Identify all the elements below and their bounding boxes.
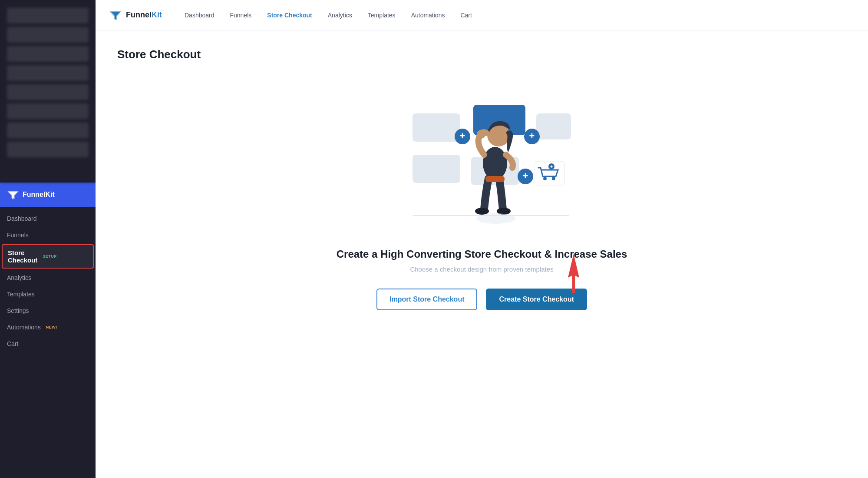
sidebar-item-settings[interactable]: Settings	[0, 302, 96, 319]
sidebar-item-settings-label: Settings	[7, 307, 29, 314]
svg-point-16	[483, 147, 507, 180]
svg-text:+: +	[550, 164, 552, 169]
svg-point-23	[476, 213, 515, 224]
sidebar-item-cart-label: Cart	[7, 340, 18, 347]
sidebar-item-dashboard[interactable]: Dashboard	[0, 210, 96, 227]
svg-point-12	[543, 177, 547, 180]
hero-subtext: Choose a checkout design from proven tem…	[410, 266, 553, 273]
sidebar-item-automations[interactable]: Automations NEW!	[0, 319, 96, 335]
sidebar-brand-name: FunnelKit	[23, 191, 55, 199]
topnav-brand-name: FunnelKit	[126, 10, 162, 20]
sidebar-blur-section	[0, 0, 96, 183]
arrow-container: Create Store Checkout	[486, 289, 587, 310]
sidebar-item-funnels-label: Funnels	[7, 232, 29, 239]
sidebar-item-templates[interactable]: Templates	[0, 286, 96, 302]
sidebar-item-store-checkout[interactable]: StoreCheckout SETUP	[2, 244, 94, 269]
topnav-link-dashboard[interactable]: Dashboard	[185, 12, 215, 19]
import-store-checkout-button[interactable]: Import Store Checkout	[376, 289, 477, 310]
sidebar-nav: Dashboard Funnels StoreCheckout SETUP An…	[0, 207, 96, 478]
page-content: Store Checkout	[96, 30, 868, 478]
svg-rect-2	[536, 113, 571, 139]
sidebar-item-analytics[interactable]: Analytics	[0, 269, 96, 286]
svg-text:+: +	[522, 170, 528, 181]
hero-illustration: + + +	[386, 87, 578, 235]
new-badge: NEW!	[46, 325, 57, 329]
svg-marker-24	[568, 254, 579, 293]
sidebar-item-funnels[interactable]: Funnels	[0, 227, 96, 243]
svg-point-18	[477, 130, 485, 139]
sidebar-item-dashboard-label: Dashboard	[7, 215, 37, 222]
page-title: Store Checkout	[117, 48, 201, 61]
topnav-link-automations[interactable]: Automations	[411, 12, 445, 19]
svg-text:+: +	[529, 130, 535, 141]
svg-point-19	[475, 208, 489, 215]
setup-badge: SETUP	[43, 254, 57, 259]
topnav: FunnelKit Dashboard Funnels Store Checko…	[96, 0, 868, 30]
funnelkit-logo-icon	[7, 189, 19, 201]
topnav-logo-icon	[109, 8, 122, 22]
svg-text:+: +	[459, 130, 465, 141]
sidebar: FunnelKit Dashboard Funnels StoreCheckou…	[0, 0, 96, 478]
red-arrow-icon	[563, 254, 584, 293]
topnav-link-templates[interactable]: Templates	[368, 12, 396, 19]
svg-point-13	[552, 177, 555, 180]
topnav-link-analytics[interactable]: Analytics	[328, 12, 352, 19]
hero-buttons: Import Store Checkout Create Store Check…	[376, 289, 587, 310]
svg-rect-21	[485, 176, 505, 182]
sidebar-item-cart[interactable]: Cart	[0, 335, 96, 352]
topnav-link-funnels[interactable]: Funnels	[230, 12, 252, 19]
svg-rect-0	[413, 113, 460, 142]
svg-rect-3	[413, 155, 460, 183]
main-content: FunnelKit Dashboard Funnels Store Checko…	[96, 0, 868, 478]
hero-area: + + +	[117, 87, 846, 310]
topnav-brand[interactable]: FunnelKit	[109, 8, 162, 22]
sidebar-item-store-checkout-label: StoreCheckout	[8, 249, 37, 264]
sidebar-item-analytics-label: Analytics	[7, 274, 31, 281]
sidebar-item-automations-label: Automations	[7, 324, 41, 331]
illustration-container: + + +	[386, 87, 578, 235]
sidebar-brand[interactable]: FunnelKit	[0, 183, 96, 207]
topnav-link-store-checkout[interactable]: Store Checkout	[267, 12, 312, 19]
sidebar-item-templates-label: Templates	[7, 291, 35, 298]
topnav-link-cart[interactable]: Cart	[460, 12, 472, 19]
